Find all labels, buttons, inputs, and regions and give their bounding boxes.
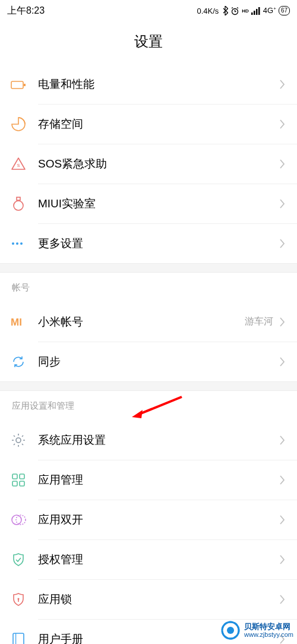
sync-refresh-icon	[11, 354, 38, 370]
more-dots-icon	[11, 242, 38, 245]
status-right-cluster: 0.4K/s HD 4G+ 67	[197, 6, 290, 15]
row-battery-and-performance[interactable]: 电量和性能	[0, 64, 297, 104]
chevron-right-icon	[279, 435, 285, 446]
row-app-lock[interactable]: 应用锁	[0, 579, 297, 619]
gear-icon	[11, 433, 38, 448]
page-title: 设置	[0, 21, 297, 64]
watermark-title: 贝斯特安卓网	[244, 623, 293, 631]
network-type-label: 4G+	[263, 6, 276, 15]
chevron-right-icon	[279, 159, 285, 169]
row-label: 系统应用设置	[38, 433, 279, 448]
section-divider	[0, 381, 297, 391]
row-more-settings[interactable]: 更多设置	[0, 223, 297, 263]
row-sync[interactable]: 同步	[0, 342, 297, 381]
section-header-app-mgmt: 应用设置和管理	[0, 391, 297, 420]
svg-rect-9	[17, 197, 20, 200]
svg-rect-14	[12, 481, 17, 486]
chevron-right-icon	[279, 594, 285, 605]
svg-rect-2	[254, 11, 255, 15]
apps-grid-icon	[11, 472, 38, 488]
chevron-right-icon	[279, 514, 285, 525]
battery-icon: 67	[279, 6, 290, 15]
chevron-right-icon	[279, 317, 285, 327]
row-label: MIUI实验室	[38, 196, 279, 211]
svg-text:MI: MI	[11, 317, 22, 328]
row-system-app-settings[interactable]: 系统应用设置	[0, 420, 297, 460]
chevron-right-icon	[279, 119, 285, 130]
row-app-dual[interactable]: 应用双开	[0, 500, 297, 539]
chevron-right-icon	[279, 79, 285, 90]
svg-point-24	[227, 627, 234, 634]
svg-rect-20	[13, 633, 24, 645]
bluetooth-icon	[222, 6, 228, 15]
svg-rect-3	[256, 9, 258, 15]
watermark: 贝斯特安卓网 www.zjbstyy.com	[220, 620, 293, 640]
row-sos[interactable]: s SOS紧急求助	[0, 144, 297, 184]
svg-rect-15	[20, 481, 24, 486]
flask-lab-icon	[11, 196, 38, 211]
status-bar: 上午8:23 0.4K/s HD 4G+ 67	[0, 0, 297, 21]
svg-rect-5	[11, 81, 23, 89]
chevron-right-icon	[279, 198, 285, 209]
row-mi-account[interactable]: MI 小米帐号 游车河	[0, 302, 297, 342]
svg-rect-6	[24, 84, 26, 86]
watermark-url: www.zjbstyy.com	[244, 631, 293, 638]
svg-rect-13	[20, 474, 24, 479]
section-header-account: 帐号	[0, 273, 297, 302]
svg-rect-21	[15, 633, 16, 645]
mi-account-value: 游车河	[245, 315, 273, 328]
row-label: 更多设置	[38, 236, 279, 251]
alarm-icon	[230, 7, 239, 15]
battery-performance-icon	[11, 77, 38, 92]
signal-bars-icon	[251, 7, 261, 15]
chevron-right-icon	[279, 238, 285, 249]
svg-text:s: s	[17, 162, 20, 168]
status-time: 上午8:23	[7, 5, 45, 17]
shield-lock-icon	[11, 592, 38, 607]
sos-warning-icon: s	[11, 156, 38, 172]
row-app-management[interactable]: 应用管理	[0, 460, 297, 500]
mi-logo-icon: MI	[11, 314, 38, 330]
watermark-logo-icon	[220, 620, 241, 640]
row-miui-lab[interactable]: MIUI实验室	[0, 184, 297, 223]
svg-point-11	[16, 438, 21, 443]
manual-book-icon	[11, 632, 38, 645]
row-storage[interactable]: 存储空间	[0, 104, 297, 144]
app-dual-icon	[11, 512, 38, 528]
svg-point-17	[16, 515, 26, 525]
chevron-right-icon	[279, 475, 285, 485]
settings-group-apps: 系统应用设置 应用管理 应用双开 授权管理 应用锁	[0, 420, 297, 644]
network-speed: 0.4K/s	[197, 7, 219, 15]
settings-group-general: 电量和性能 存储空间 s SOS紧急求助 MIUI实验室 更多设置	[0, 64, 297, 263]
row-label: 同步	[38, 354, 279, 370]
signal-hd-icon: HD	[242, 8, 249, 14]
settings-group-account: MI 小米帐号 游车河 同步	[0, 302, 297, 381]
shield-check-icon	[11, 552, 38, 567]
row-label: 电量和性能	[38, 77, 279, 92]
row-label: 存储空间	[38, 116, 279, 132]
storage-icon	[11, 116, 38, 132]
svg-point-8	[14, 201, 23, 210]
section-divider	[0, 263, 297, 273]
row-label: SOS紧急求助	[38, 156, 279, 172]
row-label: 小米帐号	[38, 314, 245, 330]
svg-point-16	[12, 515, 21, 525]
row-label: 授权管理	[38, 552, 279, 567]
row-label: 应用锁	[38, 592, 279, 607]
svg-rect-12	[12, 474, 17, 479]
row-permission-management[interactable]: 授权管理	[0, 539, 297, 579]
row-label: 应用双开	[38, 512, 279, 528]
row-label: 应用管理	[38, 472, 279, 488]
chevron-right-icon	[279, 554, 285, 565]
svg-rect-1	[251, 12, 253, 15]
chevron-right-icon	[279, 356, 285, 367]
svg-rect-19	[18, 599, 19, 602]
svg-rect-4	[258, 7, 260, 15]
